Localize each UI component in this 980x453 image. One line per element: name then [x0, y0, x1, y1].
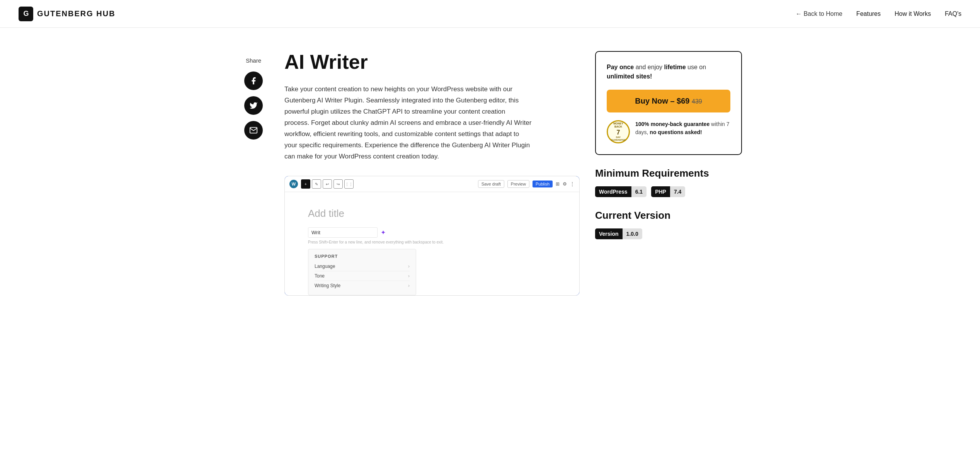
preview-topbar: W + ✎ ↩ ↪ ⋮⋮ Save draft Preview Publish … [285, 176, 579, 192]
logo-icon: G [19, 7, 33, 21]
preview-write-input[interactable] [308, 227, 378, 238]
nav-how-it-works[interactable]: How it Works [895, 10, 931, 17]
logo[interactable]: G GUTENBERG HUB [19, 7, 116, 21]
share-label: Share [246, 57, 261, 64]
php-badge: PHP 7.4 [651, 186, 685, 197]
version-badge: Version 1.0.0 [595, 228, 642, 239]
toolbar-undo-icon: ↩ [323, 179, 332, 189]
version-title: Current Version [595, 209, 742, 221]
preview-content: Add title ✦ Press Shift+Enter for a new … [285, 192, 579, 295]
preview-publish-btn: Publish [533, 181, 553, 187]
preview-panel-writing-style: Writing Style › [315, 281, 410, 290]
facebook-share-button[interactable] [244, 72, 263, 90]
money-back-row: MONEY BACK 7 DAY GUARANTEE 100% money-ba… [607, 120, 730, 143]
preview-panel: SUPPORT Language › Tone › Writing Style … [308, 249, 416, 295]
preview-actions: Save draft Preview Publish ⊞ ⚙ ⋮ [478, 180, 575, 188]
preview-save-draft: Save draft [478, 180, 504, 188]
toolbar-redo-icon: ↪ [333, 179, 343, 189]
toolbar-pen-icon: ✎ [312, 179, 321, 189]
preview-panel-tone: Tone › [315, 271, 410, 281]
description-text: Take your content creation to new height… [284, 84, 532, 162]
page-title: AI Writer [284, 51, 580, 73]
requirements-badges: WordPress 6.1 PHP 7.4 [595, 186, 742, 197]
buy-now-button[interactable]: Buy Now – $69 439 [607, 90, 730, 112]
preview-input-row: ✦ [308, 227, 556, 238]
twitter-share-button[interactable] [244, 96, 263, 115]
pricing-card: Pay once and enjoy lifetime use on unlim… [595, 51, 742, 155]
main-nav: Back to Home Features How it Works FAQ's [796, 10, 961, 17]
preview-add-title: Add title [308, 208, 556, 220]
money-back-text: 100% money-back guarantee within 7 days,… [635, 120, 730, 136]
share-sidebar: Share [238, 51, 269, 296]
preview-panel-title: SUPPORT [315, 254, 410, 259]
toolbar-grid-icon: ⋮⋮ [344, 179, 354, 189]
requirements-section: Minimum Requirements WordPress 6.1 PHP 7… [595, 167, 742, 197]
toolbar-icons: + ✎ ↩ ↪ ⋮⋮ [301, 179, 354, 189]
email-share-button[interactable] [244, 121, 263, 140]
wordpress-icon: W [289, 180, 298, 188]
nav-features[interactable]: Features [856, 10, 881, 17]
requirements-title: Minimum Requirements [595, 167, 742, 179]
pricing-tagline: Pay once and enjoy lifetime use on unlim… [607, 63, 730, 81]
preview-preview-btn: Preview [507, 180, 529, 188]
money-back-badge: MONEY BACK 7 DAY GUARANTEE [607, 120, 630, 143]
sparkle-icon: ✦ [381, 229, 386, 236]
wordpress-badge: WordPress 6.1 [595, 186, 647, 197]
version-section: Current Version Version 1.0.0 [595, 209, 742, 239]
nav-back-home[interactable]: Back to Home [796, 10, 842, 17]
screenshot-preview: W + ✎ ↩ ↪ ⋮⋮ Save draft Preview Publish … [284, 176, 580, 296]
preview-hint: Press Shift+Enter for a new line, and re… [308, 240, 556, 244]
preview-panel-language: Language › [315, 262, 410, 271]
logo-text: GUTENBERG HUB [37, 9, 116, 18]
content-area: AI Writer Take your content creation to … [284, 51, 580, 296]
right-sidebar: Pay once and enjoy lifetime use on unlim… [595, 51, 742, 296]
version-badges: Version 1.0.0 [595, 228, 742, 239]
nav-faqs[interactable]: FAQ's [945, 10, 961, 17]
toolbar-plus-icon: + [301, 179, 310, 189]
